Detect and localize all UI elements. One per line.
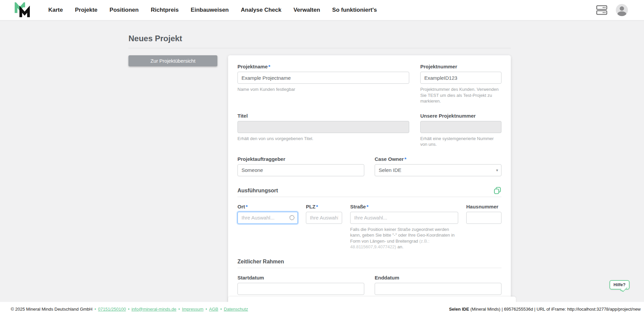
copy-icon[interactable] xyxy=(493,186,501,195)
field-case-owner: Case Owner* Selen IDE ▾ xyxy=(375,156,501,176)
field-plz: PLZ* xyxy=(306,204,342,250)
projektnummer-helper: Projektnummer des Kunden. Verwenden Sie … xyxy=(420,86,501,104)
field-projektname: Projektname* Name vom Kunden festlegbar xyxy=(237,64,409,104)
mineral-minds-logo[interactable] xyxy=(13,2,33,18)
projektname-label: Projektname* xyxy=(237,64,409,69)
footer-separator: • xyxy=(95,307,96,312)
footer-link-agb[interactable]: AGB xyxy=(209,307,218,312)
session-user: Selen IDE xyxy=(449,307,469,312)
projektauftraggeber-label: Projektauftraggeber xyxy=(237,156,364,162)
footer: © 2025 Mineral Minds Deutschland GmbH • … xyxy=(0,302,644,316)
main-content: Neues Projekt Zur Projektübersicht Proje… xyxy=(128,34,511,304)
field-enddatum: Enddatum xyxy=(375,275,501,295)
nav-item-richtpreis[interactable]: Richtpreis xyxy=(151,7,178,13)
field-strasse: Straße* Falls die Position keiner Straße… xyxy=(350,204,458,250)
footer-separator: • xyxy=(128,307,129,312)
ort-label: Ort* xyxy=(237,204,298,209)
footer-link-impressum[interactable]: Impressum xyxy=(182,307,203,312)
required-asterisk: * xyxy=(246,204,248,209)
ausfuehrungsort-title: Ausführungsort xyxy=(237,188,278,194)
strasse-helper: Falls die Position keiner Straße zugeord… xyxy=(350,227,458,250)
field-unsere-projektnummer: Unsere Projektnummer Erhält eine systemg… xyxy=(420,113,501,147)
footer-separator: • xyxy=(206,307,207,312)
title-divider xyxy=(128,48,511,48)
required-asterisk: * xyxy=(268,64,270,69)
projektauftraggeber-input[interactable] xyxy=(237,164,364,176)
server-stack-icon[interactable] xyxy=(596,4,608,16)
projektnummer-label: Projektnummer xyxy=(420,64,501,69)
required-asterisk: * xyxy=(316,204,318,209)
required-asterisk: * xyxy=(367,204,369,209)
field-projektauftraggeber: Projektauftraggeber xyxy=(237,156,364,176)
projektnummer-input[interactable] xyxy=(420,72,501,84)
nav-item-verwalten[interactable]: Verwalten xyxy=(293,7,320,13)
loading-spinner-icon xyxy=(289,215,294,220)
startdatum-input[interactable] xyxy=(237,283,364,295)
field-hausnummer: Hausnummer xyxy=(466,204,501,250)
titel-helper: Erhält den von uns vorgegebenen Titel. xyxy=(237,136,409,142)
new-project-form-card: Projektname* Name vom Kunden festlegbar … xyxy=(228,55,511,304)
logo-icon xyxy=(13,2,33,18)
unsere-projektnummer-input xyxy=(420,121,501,133)
left-column: Zur Projektübersicht xyxy=(128,55,217,66)
titel-input xyxy=(237,121,409,133)
unsere-projektnummer-label: Unsere Projektnummer xyxy=(420,113,501,119)
nav-item-analyse-check[interactable]: Analyse Check xyxy=(241,7,281,13)
footer-separator: • xyxy=(220,307,222,312)
hausnummer-input[interactable] xyxy=(466,212,501,224)
strasse-input[interactable] xyxy=(350,212,458,224)
zur-projektuebersicht-button[interactable]: Zur Projektübersicht xyxy=(128,55,217,66)
nav-item-projekte[interactable]: Projekte xyxy=(75,7,97,13)
footer-separator: • xyxy=(178,307,180,312)
nav-item-so-funktionierts[interactable]: So funktioniert's xyxy=(332,7,377,13)
projektname-helper: Name vom Kunden festlegbar xyxy=(237,86,409,92)
field-titel: Titel Erhält den von uns vorgegebenen Ti… xyxy=(237,113,409,147)
navbar-right xyxy=(596,4,628,16)
avatar-body-icon xyxy=(618,11,626,16)
strasse-label: Straße* xyxy=(350,204,458,209)
section-ausfuehrungsort: Ausführungsort xyxy=(237,186,501,197)
session-info: Selen IDE (Mineral Minds) | 69576255536d… xyxy=(449,307,641,312)
plz-label: PLZ* xyxy=(306,204,342,209)
titel-label: Titel xyxy=(237,113,409,119)
startdatum-label: Startdatum xyxy=(237,275,364,280)
help-button[interactable]: Hilfe? xyxy=(609,280,630,290)
nav-item-karte[interactable]: Karte xyxy=(48,7,63,13)
zeitlicher-rahmen-title: Zeitlicher Rahmen xyxy=(237,259,284,265)
avatar-head-icon xyxy=(620,6,624,11)
footer-link-email[interactable]: info@mineral-minds.de xyxy=(131,307,176,312)
user-avatar[interactable] xyxy=(616,4,628,16)
nav-item-positionen[interactable]: Positionen xyxy=(110,7,139,13)
copyright-text: © 2025 Mineral Minds Deutschland GmbH xyxy=(11,307,93,312)
case-owner-select[interactable]: Selen IDE ▾ xyxy=(375,164,501,176)
hausnummer-label: Hausnummer xyxy=(466,204,501,209)
page-title: Neues Projekt xyxy=(128,34,511,43)
ort-input[interactable] xyxy=(237,212,298,224)
nav-menu: Karte Projekte Positionen Richtpreis Ein… xyxy=(48,7,377,13)
unsere-projektnummer-helper: Erhält eine systemgenerierte Nummer von … xyxy=(420,136,501,147)
plz-input[interactable] xyxy=(306,212,342,224)
footer-link-phone[interactable]: 07151/250100 xyxy=(98,307,126,312)
required-asterisk: * xyxy=(405,156,407,162)
case-owner-selected-value: Selen IDE xyxy=(379,167,401,173)
top-navbar: Karte Projekte Positionen Richtpreis Ein… xyxy=(0,0,644,20)
footer-left: © 2025 Mineral Minds Deutschland GmbH • … xyxy=(11,307,248,312)
field-ort: Ort* xyxy=(237,204,298,250)
nav-item-einbauweisen[interactable]: Einbauweisen xyxy=(191,7,229,13)
field-startdatum: Startdatum xyxy=(237,275,364,295)
enddatum-label: Enddatum xyxy=(375,275,501,280)
footer-link-datenschutz[interactable]: Datenschutz xyxy=(224,307,248,312)
section-zeitlicher-rahmen: Zeitlicher Rahmen xyxy=(237,259,501,268)
enddatum-input[interactable] xyxy=(375,283,501,295)
field-projektnummer: Projektnummer Projektnummer des Kunden. … xyxy=(420,64,501,104)
chevron-down-icon: ▾ xyxy=(496,168,498,173)
projektname-input[interactable] xyxy=(237,72,409,84)
case-owner-label: Case Owner* xyxy=(375,156,501,162)
